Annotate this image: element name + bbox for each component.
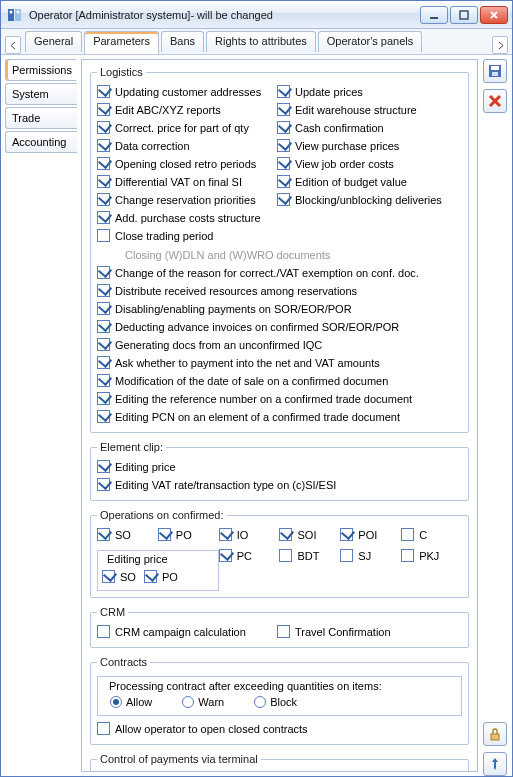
checkbox-icon [97,211,110,224]
logistics-6[interactable]: Change reservation priorities [97,191,267,208]
radio-allow[interactable]: Allow [110,696,152,708]
ops-C[interactable]: C [401,526,462,543]
processing-contract-subgroup: Processing contract after exceeding quan… [97,676,462,716]
minimize-button[interactable] [420,6,448,24]
operator-window: Operator [Administrator systemu]- will b… [0,0,513,777]
logistics-4[interactable]: Opening closed retro periods [97,155,267,172]
right-rail [482,55,512,776]
close-button[interactable] [480,6,508,24]
window-title: Operator [Administrator systemu]- will b… [29,9,418,21]
logistics-full-4[interactable]: Generating docs from an unconfirmed IQC [97,336,462,353]
checkbox-icon [97,625,110,638]
ops-SOI[interactable]: SOI [279,526,340,543]
floppy-icon [487,63,503,79]
svg-rect-8 [492,72,498,76]
ops-SJ[interactable]: SJ [340,547,401,564]
svg-rect-4 [430,17,438,19]
save-button[interactable] [483,59,507,83]
checkbox-icon [158,528,171,541]
checkbox-icon [279,549,292,562]
logistics-r-0[interactable]: Update prices [277,83,462,100]
crm-1[interactable]: Travel Confirmation [277,623,462,640]
checkbox-icon [97,722,110,735]
radio-icon [110,696,122,708]
logistics-full-3[interactable]: Deducting advance invoices on confirmed … [97,318,462,335]
pin-button[interactable] [483,752,507,776]
top-tab-row: General Parameters Bans Rights to attrib… [1,29,512,55]
logistics-full-2[interactable]: Disabling/enabling payments on SOR/EOR/P… [97,300,462,317]
checkbox-icon [97,157,110,170]
logistics-r-2[interactable]: Cash confirmation [277,119,462,136]
logistics-r-3[interactable]: View purchase prices [277,137,462,154]
logistics-r-6[interactable]: Blocking/unblocking deliveries [277,191,462,208]
ops-BDT[interactable]: BDT [279,547,340,564]
logistics-full-7[interactable]: Editing the reference number on a confir… [97,390,462,407]
logistics-full-6[interactable]: Modification of the date of sale on a co… [97,372,462,389]
radio-block[interactable]: Block [254,696,297,708]
sidetab-permissions[interactable]: Permissions [5,59,77,81]
checkbox-icon [97,356,110,369]
logistics-7[interactable]: Add. purchase costs structure [97,209,267,226]
sidetab-system[interactable]: System [5,83,77,105]
checkbox-icon [97,478,110,491]
logistics-r-4[interactable]: View job order costs [277,155,462,172]
elclip-0[interactable]: Editing price [97,458,462,475]
logistics-full-0[interactable]: Change of the reason for correct./VAT ex… [97,264,462,281]
tab-rights-attributes[interactable]: Rights to attributes [206,31,316,52]
ops-PO[interactable]: PO [158,526,219,543]
maximize-button[interactable] [450,6,478,24]
checkbox-icon [97,528,110,541]
checkbox-icon [97,338,110,351]
logistics-8[interactable]: Close trading period [97,227,267,244]
checkbox-icon [277,193,290,206]
ops-PC[interactable]: PC [219,547,280,564]
lock-button[interactable] [483,722,507,746]
logistics-5[interactable]: Differential VAT on final SI [97,173,267,190]
ops-IO[interactable]: IO [219,526,280,543]
checkbox-icon [277,85,290,98]
logistics-r-5[interactable]: Edition of budget value [277,173,462,190]
checkbox-icon [340,528,353,541]
tab-general[interactable]: General [25,31,82,52]
logistics-full-5[interactable]: Ask whether to payment into the net and … [97,354,462,371]
elclip-1[interactable]: Editing VAT rate/transaction type on (c)… [97,476,462,493]
checkbox-icon [97,374,110,387]
sidetab-accounting[interactable]: Accounting [5,131,77,153]
logistics-full-8[interactable]: Editing PCN on an element of a confirmed… [97,408,462,425]
tab-bans[interactable]: Bans [161,31,204,52]
crm-legend: CRM [97,606,128,618]
tab-operator-panels[interactable]: Operator's panels [318,31,422,52]
contracts-legend: Contracts [97,656,150,668]
contracts-group: Contracts Processing contract after exce… [90,656,469,745]
tab-scroll-left[interactable] [5,36,21,54]
allow-open-closed-contracts[interactable]: Allow operator to open closed contracts [97,720,462,737]
tab-scroll-right[interactable] [492,36,508,54]
radio-warn[interactable]: Warn [182,696,224,708]
logistics-r-1[interactable]: Edit warehouse structure [277,101,462,118]
sidetab-trade[interactable]: Trade [5,107,77,129]
logistics-2[interactable]: Correct. price for part of qty [97,119,267,136]
tab-parameters[interactable]: Parameters [84,31,159,54]
svg-rect-9 [491,734,499,740]
ops-ep-PO[interactable]: PO [144,568,178,585]
x-icon [487,93,503,109]
logistics-0[interactable]: Updating customer addresses [97,83,267,100]
logistics-1[interactable]: Edit ABC/XYZ reports [97,101,267,118]
logistics-full-1[interactable]: Distribute received resources among rese… [97,282,462,299]
radio-icon [182,696,194,708]
checkbox-icon [97,266,110,279]
titlebar: Operator [Administrator systemu]- will b… [1,1,512,29]
logistics-3[interactable]: Data correction [97,137,267,154]
ops-POI[interactable]: POI [340,526,401,543]
crm-0[interactable]: CRM campaign calculation [97,623,267,640]
crm-group: CRM CRM campaign calculationTravel Confi… [90,606,469,648]
side-tabs: Permissions System Trade Accounting [1,55,81,776]
ops-ep-SO[interactable]: SO [102,568,136,585]
checkbox-icon [97,392,110,405]
closing-wdln-wwro: Closing (W)DLN and (W)WRO documents [97,246,462,263]
ops-PKJ[interactable]: PKJ [401,547,462,564]
cancel-button[interactable] [483,89,507,113]
logistics-group: Logistics Updating customer addressesEdi… [90,66,469,433]
checkbox-icon [97,85,110,98]
ops-SO[interactable]: SO [97,526,158,543]
